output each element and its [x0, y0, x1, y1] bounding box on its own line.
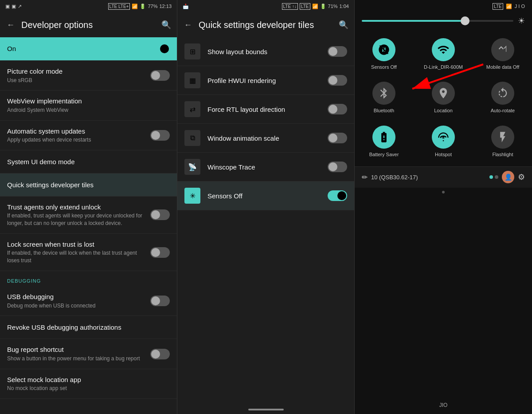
on-label: On [7, 44, 150, 53]
qs-dot-indicator [442, 191, 445, 193]
mobile-data-tile-label: Mobile data Off [486, 64, 519, 70]
user-avatar[interactable]: 👤 [502, 171, 514, 183]
trust-agents-subtitle: If enabled, trust agents will keep your … [7, 212, 150, 227]
wifi-tile[interactable]: D-Link_DIR-600M [414, 33, 473, 75]
flashlight-tile-icon [491, 126, 514, 149]
quick-settings-overlay: LTE 📶 J I O ☀ Sensors Off [355, 0, 532, 414]
back-button[interactable]: ← [5, 20, 16, 30]
bug-report-subtitle: Show a button in the power menu for taki… [7, 355, 150, 363]
notification-icon: 📩 [183, 4, 189, 9]
battery-p2: 🔋 [320, 4, 326, 9]
revoke-usb-item[interactable]: Revoke USB debugging authorizations [0, 316, 177, 339]
force-rtl-icon: ⇄ [184, 101, 200, 117]
qs-version-text: 10 (QSB30.62-17) [371, 174, 486, 181]
mobile-data-tile-icon [491, 38, 514, 61]
hotspot-tile-icon [432, 126, 455, 149]
location-tile[interactable]: Location [414, 76, 473, 119]
bug-report-toggle[interactable] [150, 349, 170, 359]
profile-hwui-toggle[interactable] [328, 75, 347, 86]
trust-agents-item[interactable]: Trust agents only extend unlock If enabl… [0, 197, 177, 234]
winscope-trace-icon: 📡 [184, 159, 200, 175]
search-button-panel1[interactable]: 🔍 [161, 20, 172, 30]
quick-settings-tiles-item[interactable]: Quick settings developer tiles [0, 173, 177, 197]
battery-percent: 77% [148, 4, 157, 9]
usb-debugging-title: USB debugging [7, 292, 150, 301]
brightness-fill [362, 20, 468, 22]
window-animation-item[interactable]: ⧉ Window animation scale [177, 124, 354, 153]
profile-hwui-item[interactable]: ▦ Profile HWUI rendering [177, 66, 354, 95]
profile-hwui-icon: ▦ [184, 72, 200, 88]
battery-saver-tile-label: Battery Saver [369, 151, 399, 158]
developer-options-panel: ▣ ▣ ↗ LTE LTE+ 📶 🔋 77% 12:13 ← Developer… [0, 0, 177, 414]
sensors-off-toggle[interactable] [328, 190, 347, 201]
trust-agents-toggle[interactable] [150, 209, 170, 220]
mock-location-subtitle: No mock location app set [7, 385, 170, 392]
picture-color-title: Picture color mode [7, 67, 150, 76]
show-layout-toggle[interactable] [328, 46, 347, 57]
picture-color-toggle[interactable] [150, 70, 170, 81]
brightness-thumb[interactable] [461, 16, 469, 25]
winscope-trace-toggle[interactable] [328, 162, 347, 172]
signal-p3: 📶 [506, 4, 512, 9]
window-animation-icon: ⧉ [184, 130, 200, 146]
on-toggle-item[interactable]: On [0, 37, 177, 61]
window-animation-label: Window animation scale [207, 134, 321, 142]
hotspot-tile-label: Hotspot [435, 151, 452, 158]
window-animation-toggle[interactable] [328, 133, 347, 143]
sensors-off-item[interactable]: ✳ Sensors Off [177, 181, 354, 210]
battery-saver-tile-icon [372, 126, 395, 149]
webview-item[interactable]: WebView implementation Android System We… [0, 91, 177, 120]
webview-title: WebView implementation [7, 97, 170, 106]
search-button-panel2[interactable]: 🔍 [338, 20, 349, 30]
settings-list-panel1: On Picture color mode Use sRGB WebView i… [0, 37, 177, 414]
quick-settings-grid: Sensors Off D-Link_DIR-600M Mobile data … [355, 29, 532, 166]
flashlight-tile[interactable]: Flashlight [473, 120, 532, 163]
settings-icon[interactable]: ⚙ [518, 172, 525, 182]
system-ui-demo-item[interactable]: System UI demo mode [0, 150, 177, 173]
time: 12:13 [159, 4, 172, 9]
quick-settings-tiles-panel: 📩 LTE ↑↓ LTE 📶 🔋 71% 1:04 ← Quick settin… [177, 0, 355, 414]
auto-updates-item[interactable]: Automatic system updates Apply updates w… [0, 121, 177, 150]
bug-report-item[interactable]: Bug report shortcut Show a button in the… [0, 339, 177, 369]
brightness-track[interactable] [362, 20, 513, 22]
auto-updates-toggle[interactable] [150, 130, 170, 141]
auto-rotate-tile[interactable]: Auto-rotate [473, 76, 532, 119]
brightness-row[interactable]: ☀ [355, 12, 532, 29]
bluetooth-tile[interactable]: Bluetooth [355, 76, 413, 119]
mock-location-item[interactable]: Select mock location app No mock locatio… [0, 369, 177, 399]
winscope-trace-item[interactable]: 📡 Winscope Trace [177, 153, 354, 181]
lock-screen-item[interactable]: Lock screen when trust is lost If enable… [0, 234, 177, 271]
app-icon2: ▣ [12, 4, 16, 9]
flashlight-tile-label: Flashlight [492, 151, 513, 158]
picture-color-mode-item[interactable]: Picture color mode Use sRGB [0, 61, 177, 91]
toolbar-title-panel1: Developer options [21, 20, 156, 30]
mobile-data-tile[interactable]: Mobile data Off [473, 33, 532, 75]
back-button-p2[interactable]: ← [183, 20, 193, 30]
pencil-icon[interactable]: ✏ [362, 173, 368, 181]
brightness-icon: ☀ [518, 16, 525, 26]
on-toggle[interactable] [150, 43, 170, 54]
sensors-off-tile[interactable]: Sensors Off [355, 33, 413, 75]
bottom-nav-p3: JIO [355, 396, 532, 414]
qs-pagination [355, 188, 532, 197]
sensors-off-label: Sensors Off [207, 192, 321, 200]
lock-screen-toggle[interactable] [150, 247, 170, 258]
wifi-tile-label: D-Link_DIR-600M [424, 64, 463, 70]
usb-debugging-item[interactable]: USB debugging Debug mode when USB is con… [0, 286, 177, 316]
auto-updates-title: Automatic system updates [7, 127, 150, 136]
usb-debugging-toggle[interactable] [150, 296, 170, 306]
hotspot-tile[interactable]: Hotspot [414, 120, 473, 163]
force-rtl-toggle[interactable] [328, 104, 347, 114]
lte-icon-p2: LTE ↑↓ [282, 3, 298, 10]
system-ui-demo-title: System UI demo mode [7, 158, 170, 166]
sensors-off-tile-label: Sensors Off [371, 64, 397, 70]
show-layout-bounds-item[interactable]: ⊞ Show layout bounds [177, 37, 354, 66]
status-bar-panel3: LTE 📶 J I O [355, 0, 532, 12]
battery-saver-tile[interactable]: Battery Saver [355, 120, 413, 163]
auto-updates-subtitle: Apply updates when device restarts [7, 136, 150, 144]
force-rtl-item[interactable]: ⇄ Force RTL layout direction [177, 95, 354, 124]
bluetooth-tile-icon [372, 82, 395, 105]
signal-p2: 📶 [312, 4, 318, 9]
carrier-nav-label: JIO [439, 402, 448, 408]
lock-screen-subtitle: If enabled, the device will lock when th… [7, 249, 150, 264]
